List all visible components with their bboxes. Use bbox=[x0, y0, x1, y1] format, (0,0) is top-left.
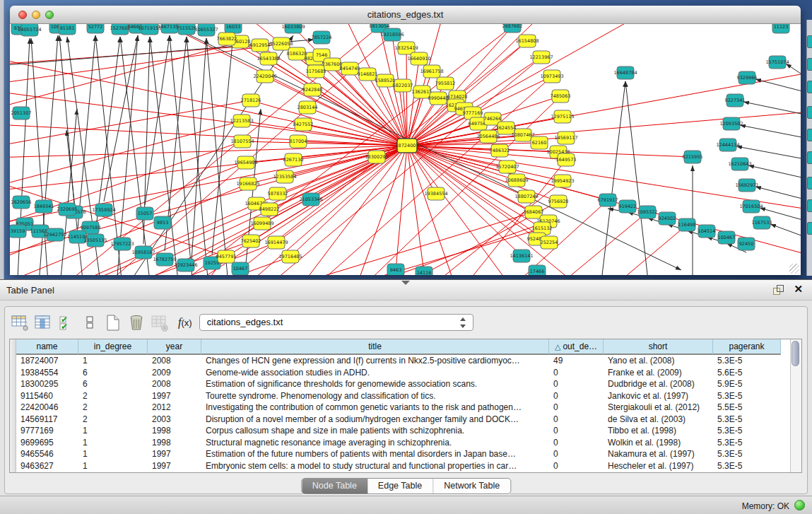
table-cell[interactable]: Tourette syndrome. Phenomenology and cla… bbox=[201, 390, 549, 402]
network-window[interactable]: citations_edges.txt 83502405572410655911… bbox=[10, 6, 801, 275]
table-cell[interactable]: 18724007 bbox=[16, 355, 78, 367]
table-cell[interactable]: 19384554 bbox=[16, 367, 78, 379]
table-cell[interactable]: 5.3E-5 bbox=[713, 460, 781, 472]
table-cell[interactable]: Disruption of a novel member of a sodium… bbox=[201, 414, 549, 426]
table-cell[interactable]: 5.3E-5 bbox=[713, 448, 781, 460]
tab-network-table[interactable]: Network Table bbox=[433, 479, 510, 493]
table-cell[interactable]: Genome-wide association studies in ADHD. bbox=[201, 367, 549, 379]
table-row[interactable]: 946554611997Estimation of the future num… bbox=[16, 448, 781, 460]
table-cell[interactable]: Wolkin et al. (1998) bbox=[604, 437, 713, 449]
table-cell[interactable]: 1998 bbox=[148, 437, 201, 449]
row-height-button[interactable] bbox=[81, 313, 99, 332]
resize-grip[interactable] bbox=[789, 264, 799, 274]
column-header-name[interactable]: name bbox=[16, 339, 78, 355]
table-cell[interactable]: Corpus callosum shape and size in male p… bbox=[201, 425, 549, 437]
function-builder-button[interactable]: f(x) bbox=[178, 316, 192, 329]
network-window-titlebar[interactable]: citations_edges.txt bbox=[10, 6, 801, 24]
table-cell[interactable]: 5.9E-5 bbox=[713, 378, 781, 390]
table-settings-button[interactable]: ⚙ bbox=[11, 313, 29, 332]
show-columns-button[interactable] bbox=[34, 313, 52, 332]
memory-status-indicator[interactable] bbox=[794, 500, 805, 510]
table-cell[interactable]: 0 bbox=[549, 414, 604, 426]
table-cell[interactable]: 9465546 bbox=[16, 448, 78, 460]
table-cell[interactable]: Structural magnetic resonance image aver… bbox=[201, 437, 549, 449]
table-cell[interactable]: 2003 bbox=[148, 414, 201, 426]
table-cell[interactable]: 9463627 bbox=[16, 460, 78, 472]
table-cell[interactable]: 0 bbox=[549, 378, 604, 390]
table-cell[interactable]: 2 bbox=[78, 402, 148, 414]
table-cell[interactable]: 0 bbox=[549, 402, 604, 414]
table-cell[interactable]: Embryonic stem cells: a model to study s… bbox=[201, 460, 549, 472]
table-scrollbar[interactable] bbox=[790, 339, 801, 472]
table-cell[interactable]: Investigating the contribution of common… bbox=[201, 402, 549, 414]
table-cell[interactable]: 5.3E-5 bbox=[713, 414, 781, 426]
table-cell[interactable]: 5.6E-5 bbox=[713, 367, 781, 379]
table-row[interactable]: 1938455462009Genome-wide association stu… bbox=[16, 367, 781, 379]
table-cell[interactable]: 5.5E-5 bbox=[713, 402, 781, 414]
table-select-dropdown[interactable]: citations_edges.txt bbox=[199, 314, 473, 331]
table-cell[interactable]: 1997 bbox=[148, 390, 201, 402]
table-cell[interactable]: de Silva et al. (2003) bbox=[604, 414, 713, 426]
table-cell[interactable]: 1 bbox=[78, 437, 148, 449]
table-cell[interactable]: 22420046 bbox=[16, 402, 78, 414]
column-header-pagerank[interactable]: pagerank bbox=[713, 339, 781, 355]
table-cell[interactable]: 9699695 bbox=[16, 437, 78, 449]
table-row[interactable]: 946362711997Embryonic stem cells: a mode… bbox=[16, 460, 781, 472]
delete-table-button[interactable] bbox=[127, 313, 146, 332]
table-row[interactable]: 911546021997Tourette syndrome. Phenomeno… bbox=[16, 390, 781, 402]
table-row[interactable]: 2242004622012Investigating the contribut… bbox=[16, 402, 781, 414]
table-cell[interactable]: Estimation of significance thresholds fo… bbox=[201, 378, 549, 390]
column-header-in-degree[interactable]: in_degree bbox=[78, 339, 148, 355]
table-cell[interactable]: 5.3E-5 bbox=[713, 425, 781, 437]
table-scrollbar-thumb[interactable] bbox=[792, 341, 799, 366]
table-cell[interactable]: 0 bbox=[549, 390, 604, 402]
table-cell[interactable]: Jankovic et al. (1997) bbox=[604, 390, 713, 402]
table-cell[interactable]: 0 bbox=[549, 425, 604, 437]
table-cell[interactable]: 1998 bbox=[148, 425, 201, 437]
splitter-handle[interactable] bbox=[401, 281, 410, 285]
table-cell[interactable]: 0 bbox=[549, 448, 604, 460]
table-cell[interactable]: 2008 bbox=[148, 355, 201, 367]
network-canvas[interactable]: 8350240557241065591181527721527602846616… bbox=[10, 24, 801, 275]
table-cell[interactable]: 9115460 bbox=[16, 390, 78, 402]
table-row[interactable]: 1830029562008Estimation of significance … bbox=[16, 378, 781, 390]
table-cell[interactable]: Estimation of the future numbers of pati… bbox=[201, 448, 549, 460]
table-cell[interactable]: 0 bbox=[549, 437, 604, 449]
table-row[interactable]: 1456911722003Disruption of a novel membe… bbox=[16, 414, 781, 426]
table-cell[interactable]: 0 bbox=[549, 367, 604, 379]
select-columns-button[interactable]: ✔✔ bbox=[57, 313, 76, 332]
table-cell[interactable]: 6 bbox=[78, 378, 148, 390]
table-cell[interactable]: 49 bbox=[549, 355, 604, 367]
table-cell[interactable]: 6 bbox=[78, 367, 148, 379]
table-cell[interactable]: 2 bbox=[78, 414, 148, 426]
table-panel-header[interactable]: Table Panel ✕ bbox=[0, 280, 812, 300]
column-header-year[interactable]: year bbox=[148, 339, 201, 355]
table-cell[interactable]: 2008 bbox=[148, 378, 201, 390]
table-cell[interactable]: Franke et al. (2009) bbox=[604, 367, 713, 379]
table-cell[interactable]: Tibbo et al. (1998) bbox=[604, 425, 713, 437]
table-cell[interactable]: 0 bbox=[549, 460, 604, 472]
table-cell[interactable]: 18300295 bbox=[16, 378, 78, 390]
tab-node-table[interactable]: Node Table bbox=[302, 479, 367, 493]
float-panel-icon[interactable] bbox=[773, 285, 784, 295]
table-cell[interactable]: 5.3E-5 bbox=[713, 355, 781, 367]
column-header-title[interactable]: title bbox=[201, 339, 549, 355]
table-cell[interactable]: Changes of HCN gene expression and I(f) … bbox=[201, 355, 549, 367]
table-cell[interactable]: 5.3E-5 bbox=[713, 390, 781, 402]
table-cell[interactable]: 9777169 bbox=[16, 425, 78, 437]
new-table-button[interactable] bbox=[104, 313, 122, 332]
table-cell[interactable]: 2009 bbox=[148, 367, 201, 379]
table-cell[interactable]: Nakamura et al. (1997) bbox=[604, 448, 713, 460]
tab-edge-table[interactable]: Edge Table bbox=[367, 479, 433, 493]
table-cell[interactable]: Hescheler et al. (1997) bbox=[604, 460, 713, 472]
table-cell[interactable]: 1 bbox=[78, 425, 148, 437]
table-cell[interactable]: 2012 bbox=[148, 402, 201, 414]
table-cell[interactable]: 1 bbox=[78, 448, 148, 460]
table-cell[interactable]: 1 bbox=[78, 460, 148, 472]
table-cell[interactable]: Dudbridge et al. (2008) bbox=[604, 378, 713, 390]
table-row[interactable]: 969969511998Structural magnetic resonanc… bbox=[16, 437, 781, 449]
table-cell[interactable]: 14569117 bbox=[16, 414, 78, 426]
table-row[interactable]: 1872400712008Changes of HCN gene express… bbox=[16, 355, 781, 367]
table-cell[interactable]: Stergiakouli et al. (2012) bbox=[604, 402, 713, 414]
table-cell[interactable]: 1 bbox=[78, 355, 148, 367]
